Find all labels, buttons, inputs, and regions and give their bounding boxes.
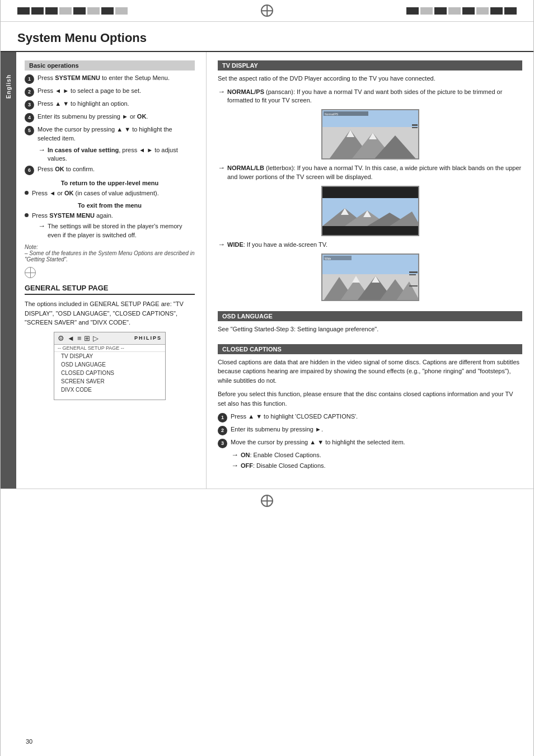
- svg-rect-33: [409, 274, 416, 275]
- deco-block: [434, 7, 447, 15]
- deco-block: [59, 7, 72, 15]
- normalps-option: → NORMAL/PS (panscan): If you have a nor…: [218, 88, 522, 105]
- step-5-arrow-text: In cases of value setting, press ◄ ► to …: [48, 146, 195, 163]
- svg-rect-12: [322, 187, 419, 198]
- deco-block: [504, 7, 517, 15]
- bottom-crosshair-icon: [261, 495, 273, 507]
- reg-mark-area: [25, 267, 195, 278]
- svg-rect-32: [409, 271, 418, 273]
- content-area: English Basic operations 1 Press SYSTEM …: [1, 52, 533, 489]
- step-6: 6 Press OK to confirm.: [25, 165, 195, 175]
- wide-option: → WIDE: If you have a wide-screen TV.: [218, 241, 522, 249]
- cc-on-option: → ON: Enable Closed Captions.: [231, 451, 522, 459]
- cc-step-number-2: 2: [218, 426, 227, 435]
- step-5-arrow: → In cases of value setting, press ◄ ► t…: [38, 146, 195, 163]
- note-block: Note:– Some of the features in the Syste…: [25, 244, 195, 262]
- arrow-icon: →: [231, 451, 238, 458]
- menu-item-divx-code: DIVX CODE: [54, 386, 165, 394]
- cc-off-text: OFF: Disable Closed Captions.: [241, 462, 326, 470]
- general-setup-description: The options included in GENERAL SETUP PA…: [25, 299, 195, 327]
- tv-display-description: Set the aspect ratio of the DVD Player a…: [218, 74, 522, 83]
- mountain-svg-3: Wide: [322, 255, 419, 301]
- normallb-option: → NORMAL/LB (letterbox): If you have a n…: [218, 164, 522, 181]
- return-text: Press ◄ or OK (in cases of value adjustm…: [32, 189, 159, 198]
- menu-screenshot: ⚙ ◄ ≡ ⊞ ▷ PHILIPS -- GENERAL SETUP PAGE …: [54, 332, 166, 400]
- closed-captions-desc2: Before you select this function, please …: [218, 389, 522, 408]
- menu-item-tv-display: TV DISPLAY: [54, 352, 165, 360]
- crosshair-icon: [261, 4, 273, 17]
- cc-step-3: 3 Move the cursor by pressing ▲ ▼ to hig…: [218, 438, 522, 448]
- back-icon: ◄: [67, 334, 74, 342]
- deco-block: [17, 7, 30, 15]
- cc-step-2: 2 Enter its submenu by pressing ►.: [218, 425, 522, 435]
- page-title: System Menu Options: [1, 22, 533, 52]
- note-text: Note:– Some of the features in the Syste…: [25, 244, 195, 262]
- deco-right: [406, 7, 517, 15]
- step-5: 5 Move the cursor by pressing ▲ ▼ to hig…: [25, 125, 195, 143]
- deco-block: [420, 7, 433, 15]
- deco-block: [406, 7, 419, 15]
- cc-step-number-1: 1: [218, 413, 227, 422]
- to-return-title: To return to the upper-level menu: [25, 180, 195, 186]
- step-2: 2 Press ◄ ► to select a page to be set.: [25, 87, 195, 97]
- page-wrapper: System Menu Options English Basic operat…: [0, 0, 534, 756]
- arrow-icon: →: [218, 241, 225, 248]
- step-4: 4 Enter its submenu by pressing ► or OK.: [25, 112, 195, 123]
- general-setup-header: GENERAL SETUP PAGE: [25, 284, 195, 295]
- step-number-2: 2: [25, 87, 34, 97]
- basic-operations-header: Basic operations: [25, 60, 195, 71]
- side-tab: English: [1, 52, 16, 489]
- svg-rect-9: [412, 124, 418, 126]
- closed-captions-desc1: Closed captions are data that are hidden…: [218, 358, 522, 386]
- list-icon: ≡: [77, 334, 82, 342]
- menu-padding: [54, 394, 165, 400]
- step-3-text: Press ▲ ▼ to highlight an option.: [38, 100, 129, 109]
- bullet-dot: [25, 191, 29, 195]
- step-6-text: Press OK to confirm.: [38, 165, 95, 174]
- exit-arrow-text: The settings will be stored in the playe…: [48, 222, 195, 240]
- tv-picture-normallb: [321, 186, 419, 236]
- cc-on-text: ON: Enable Closed Captions.: [241, 451, 321, 459]
- closed-captions-header: CLOSED CAPTIONS: [218, 344, 522, 354]
- arrow-icon: →: [218, 164, 225, 171]
- osd-language-header: OSD LANGUAGE: [218, 311, 522, 321]
- cc-step-1: 1 Press ▲ ▼ to highlight 'CLOSED CAPTION…: [218, 412, 522, 422]
- bottom-decoration: [1, 489, 533, 513]
- mountain-svg-1: Normal/PS: [322, 110, 419, 159]
- svg-text:Normal/PS: Normal/PS: [325, 112, 339, 116]
- deco-block: [31, 7, 44, 15]
- wide-text: WIDE: If you have a wide-screen TV.: [227, 241, 327, 249]
- cc-off-option: → OFF: Disable Closed Captions.: [231, 462, 522, 470]
- top-decoration-bar: [1, 0, 533, 22]
- svg-rect-34: [409, 285, 418, 287]
- exit-bullet: Press SYSTEM MENU again.: [25, 212, 195, 220]
- step-1: 1 Press SYSTEM MENU to enter the Setup M…: [25, 74, 195, 84]
- menu-item-closed-captions: CLOSED CAPTIONS: [54, 369, 165, 377]
- menu-item-osd-language: OSD LANGUAGE: [54, 360, 165, 369]
- cc-step-2-text: Enter its submenu by pressing ►.: [231, 425, 323, 434]
- svg-rect-10: [412, 127, 418, 128]
- left-column: Basic operations 1 Press SYSTEM MENU to …: [16, 52, 207, 489]
- deco-left: [17, 7, 128, 15]
- arrow-icon: →: [231, 462, 238, 469]
- play-icon: ▷: [93, 334, 99, 342]
- page-number: 30: [26, 738, 32, 745]
- right-column: TV DISPLAY Set the aspect ratio of the D…: [207, 52, 533, 489]
- tv-display-section: TV DISPLAY Set the aspect ratio of the D…: [218, 60, 522, 301]
- exit-text: Press SYSTEM MENU again.: [32, 212, 113, 220]
- step-4-text: Enter its submenu by pressing ► or OK.: [38, 112, 148, 121]
- deco-block: [101, 7, 114, 15]
- step-3: 3 Press ▲ ▼ to highlight an option.: [25, 100, 195, 110]
- deco-block: [462, 7, 475, 15]
- osd-language-section: OSD LANGUAGE See "Getting Started-Step 3…: [218, 311, 522, 334]
- osd-language-description: See "Getting Started-Step 3: Setting lan…: [218, 325, 522, 334]
- menu-top-bar: ⚙ ◄ ≡ ⊞ ▷ PHILIPS: [54, 332, 165, 345]
- mountain-svg-2: [322, 187, 419, 236]
- deco-block: [115, 7, 128, 15]
- arrow-icon: →: [218, 88, 225, 95]
- exit-arrow: → The settings will be stored in the pla…: [38, 222, 195, 240]
- closed-captions-section: CLOSED CAPTIONS Closed captions are data…: [218, 344, 522, 470]
- normallb-text: NORMAL/LB (letterbox): If you have a nor…: [227, 164, 522, 181]
- brand-logo: PHILIPS: [134, 335, 162, 341]
- cc-step-1-text: Press ▲ ▼ to highlight 'CLOSED CAPTIONS'…: [231, 412, 358, 421]
